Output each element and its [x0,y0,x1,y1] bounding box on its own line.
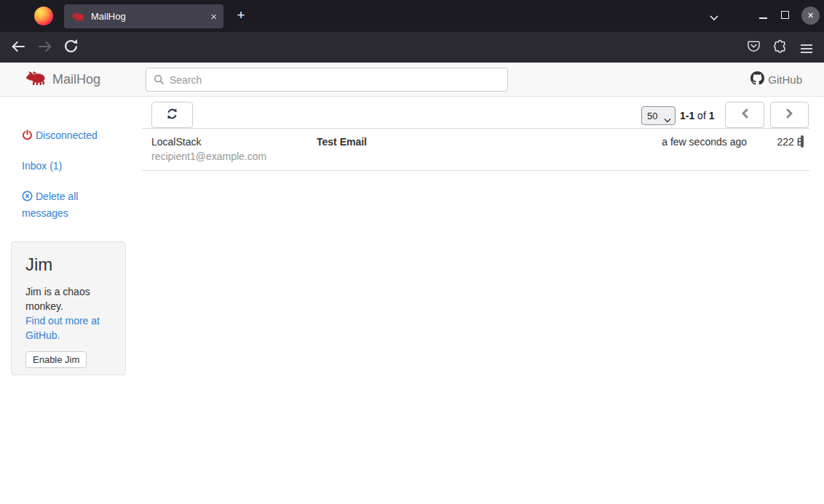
jim-description: Jim is a chaos monkey. [25,284,111,313]
pocket-icon[interactable] [747,39,761,56]
enable-jim-button[interactable]: Enable Jim [25,351,87,368]
browser-navigation-bar: mailhog.localhost.localstack.cloud:4566/… [0,32,824,63]
chevron-right-icon [786,108,793,121]
mailhog-favicon-pig-icon [72,12,85,21]
extensions-puzzle-icon[interactable] [773,39,787,56]
jim-title: Jim [25,255,111,275]
forward-button[interactable] [37,39,53,57]
inbox-label: Inbox (1) [22,160,62,172]
jim-github-link[interactable]: Find out more at GitHub. [25,313,111,343]
message-sender-column: LocalStack recipient1@example.com [151,135,317,164]
message-subject: Test Email [317,135,662,149]
refresh-button[interactable] [151,102,193,128]
message-received-time: a few seconds ago [662,135,747,149]
chevron-left-icon [742,108,748,121]
back-button[interactable] [10,39,26,57]
tab-title: MailHog [91,11,210,22]
close-window-button[interactable]: × [801,7,820,25]
connection-status-label: Disconnected [36,129,98,141]
list-tabs-chevron-down-icon[interactable] [709,11,719,24]
pagination-range: 1-1 of 1 [680,110,715,121]
new-tab-button[interactable]: + [231,6,250,25]
message-row[interactable]: LocalStack recipient1@example.com Test E… [142,129,809,171]
sidebar-item-delete-all[interactable]: Delete all messages [22,189,109,221]
message-size: 222 B [747,135,804,149]
search-box [146,68,508,92]
github-link[interactable]: GitHub [750,71,802,88]
message-list: LocalStack recipient1@example.com Test E… [142,128,809,171]
page-size-select[interactable]: 50 [641,106,676,125]
next-page-button[interactable] [770,102,809,128]
maximize-button[interactable] [781,11,789,19]
message-from: LocalStack [151,135,317,149]
previous-page-button[interactable] [725,102,764,128]
sidebar-item-connection-status[interactable]: Disconnected [22,128,98,145]
minimize-button[interactable] [759,7,768,19]
sidebar-item-inbox[interactable]: Inbox (1) [22,159,62,174]
power-icon [22,129,33,145]
refresh-icon [166,108,178,123]
app-header: MailHog GitHub [0,63,824,97]
reload-button[interactable] [63,39,79,57]
firefox-icon [34,7,53,25]
list-scrollbar-thumb[interactable] [801,135,804,148]
github-octocat-icon [750,71,764,88]
close-tab-icon[interactable]: × [210,10,217,23]
message-to: recipient1@example.com [151,149,317,164]
remove-circle-icon [22,191,33,206]
page-size-select-wrap: 50 [641,106,676,125]
mailhog-pig-icon [26,71,47,88]
jim-panel: Jim Jim is a chaos monkey. Find out more… [11,241,126,375]
browser-tab[interactable]: MailHog × [64,4,223,28]
search-icon [154,74,165,85]
mailhog-brand: MailHog [26,71,100,88]
menu-hamburger-icon[interactable] [801,43,812,56]
search-input[interactable] [170,74,507,86]
browser-tab-bar: MailHog × + × [0,0,824,32]
github-label: GitHub [768,73,802,86]
brand-name: MailHog [52,72,100,87]
